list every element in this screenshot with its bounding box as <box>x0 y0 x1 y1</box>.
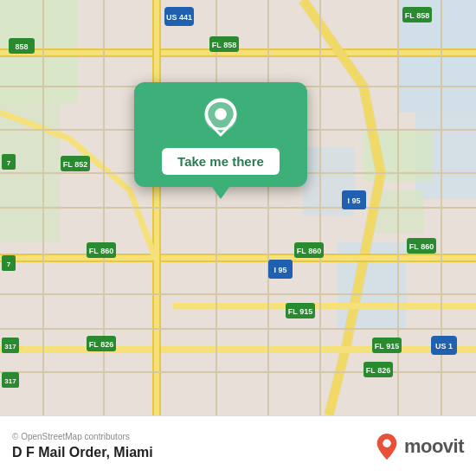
svg-text:7: 7 <box>7 261 11 268</box>
moovit-label: moovit <box>404 435 464 458</box>
svg-text:US 441: US 441 <box>166 13 192 22</box>
svg-text:FL 858: FL 858 <box>212 41 236 49</box>
svg-text:I 95: I 95 <box>273 266 286 274</box>
svg-text:FL 858: FL 858 <box>405 11 429 20</box>
svg-rect-15 <box>0 346 476 353</box>
svg-text:317: 317 <box>4 377 16 385</box>
svg-text:FL 860: FL 860 <box>409 242 434 251</box>
svg-text:FL 915: FL 915 <box>375 342 399 351</box>
svg-text:FL 860: FL 860 <box>297 247 321 255</box>
svg-rect-14 <box>0 261 476 262</box>
svg-point-75 <box>215 109 226 119</box>
svg-text:317: 317 <box>4 343 16 351</box>
take-me-there-button[interactable]: Take me there <box>162 148 280 175</box>
svg-point-76 <box>383 439 390 447</box>
map-view[interactable]: US 441 FL 858 FL 858 858 FL 852 I 95 I 9… <box>0 0 476 415</box>
svg-text:FL 860: FL 860 <box>89 247 113 255</box>
moovit-pin-icon <box>375 432 399 461</box>
location-info: © OpenStreetMap contributors D F Mail Or… <box>12 432 153 460</box>
svg-text:US 1: US 1 <box>435 342 453 351</box>
svg-text:I 95: I 95 <box>347 196 360 205</box>
moovit-logo: moovit <box>375 432 464 461</box>
svg-text:FL 826: FL 826 <box>89 340 113 349</box>
map-pin-icon <box>200 98 241 139</box>
svg-rect-13 <box>0 254 476 255</box>
svg-text:FL 852: FL 852 <box>63 160 87 169</box>
svg-text:858: 858 <box>15 42 28 51</box>
svg-text:7: 7 <box>7 159 11 167</box>
svg-rect-19 <box>173 303 476 309</box>
bottom-info-bar: © OpenStreetMap contributors D F Mail Or… <box>0 415 476 476</box>
map-attribution: © OpenStreetMap contributors <box>12 432 153 441</box>
svg-text:FL 915: FL 915 <box>288 307 312 316</box>
svg-text:FL 826: FL 826 <box>366 366 390 375</box>
svg-rect-11 <box>0 55 476 57</box>
location-title: D F Mail Order, Miami <box>12 445 153 460</box>
location-popup: Take me there <box>134 82 307 187</box>
